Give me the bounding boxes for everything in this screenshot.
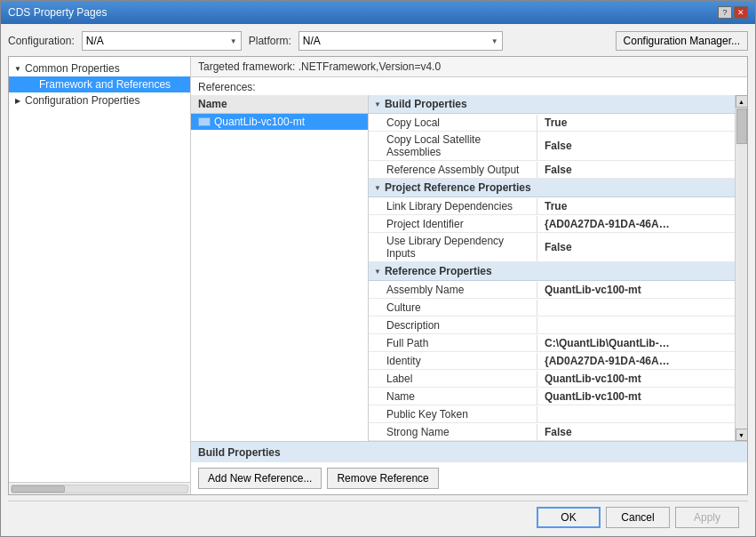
- prop-strong-name: Strong Name False: [369, 423, 735, 441]
- prop-name: Name QuantLib-vc100-mt: [369, 388, 735, 405]
- prop-ref-assembly-output-value: False: [537, 162, 579, 178]
- tree-label-framework: Framework and References: [39, 78, 171, 91]
- tree-item-config[interactable]: ▶ Configuration Properties: [9, 92, 190, 108]
- prop-strong-name-value: False: [537, 424, 579, 440]
- section-project-ref: ▼ Project Reference Properties: [369, 179, 735, 197]
- main-area: ▼ Common Properties Framework and Refere…: [8, 56, 748, 495]
- properties-panel: ▼ Build Properties Copy Local True Copy …: [369, 95, 747, 441]
- platform-value: N/A: [303, 35, 321, 47]
- prop-copy-satellite-value: False: [537, 138, 579, 154]
- prop-project-id-value: {AD0A27DA-91DA-46A2-ACBD-296C: [537, 216, 680, 232]
- tree-item-common[interactable]: ▼ Common Properties: [9, 60, 190, 76]
- title-bar-buttons: ? ✕: [718, 6, 748, 19]
- expand-icon-config: ▶: [12, 95, 23, 106]
- prop-full-path: Full Path C:\QuantLib\QuantLib-1.4\lib\Q…: [369, 334, 735, 352]
- prop-assembly-name: Assembly Name QuantLib-vc100-mt: [369, 281, 735, 299]
- v-scrollbar[interactable]: ▲ ▼: [735, 95, 747, 441]
- prop-label: Label QuantLib-vc100-mt: [369, 370, 735, 388]
- apply-button[interactable]: Apply: [675, 507, 739, 528]
- expand-icon-common: ▼: [12, 63, 23, 74]
- left-panel: ▼ Common Properties Framework and Refere…: [9, 57, 191, 494]
- bottom-buttons-row: Add New Reference... Remove Reference: [191, 462, 747, 494]
- prop-identity-value: {AD0A27DA-91DA-46A2-ACBD-296C: [537, 353, 680, 369]
- prop-description-name: Description: [369, 317, 537, 333]
- prop-public-key-name: Public Key Token: [369, 406, 537, 422]
- prop-public-key-value: [537, 413, 552, 416]
- prop-culture-name: Culture: [369, 300, 537, 316]
- prop-label-value: QuantLib-vc100-mt: [537, 371, 649, 387]
- add-reference-button[interactable]: Add New Reference...: [198, 468, 322, 489]
- references-section: References: Name QuantLib-vc100-mt: [191, 77, 747, 441]
- prop-link-lib-name: Link Library Dependencies: [369, 198, 537, 214]
- close-button[interactable]: ✕: [734, 6, 748, 19]
- ref-item[interactable]: QuantLib-vc100-mt: [191, 114, 368, 130]
- config-bar: Configuration: N/A ▼ Platform: N/A ▼ Con…: [8, 31, 748, 51]
- prop-description: Description: [369, 317, 735, 334]
- prop-label-name: Label: [369, 371, 537, 387]
- right-panel: Targeted framework: .NETFramework,Versio…: [191, 57, 747, 494]
- prop-copy-satellite: Copy Local Satellite Assemblies False: [369, 132, 735, 161]
- reference-section-label: Reference Properties: [385, 265, 492, 277]
- build-props-bottom: Build Properties: [191, 441, 747, 462]
- scroll-track[interactable]: [736, 108, 748, 429]
- framework-bar: Targeted framework: .NETFramework,Versio…: [191, 57, 747, 77]
- config-arrow-icon: ▼: [230, 37, 237, 45]
- project-ref-section-label: Project Reference Properties: [385, 181, 531, 194]
- tree-area: ▼ Common Properties Framework and Refere…: [9, 57, 190, 482]
- prop-culture-value: [537, 306, 552, 309]
- remove-reference-button[interactable]: Remove Reference: [327, 468, 438, 489]
- framework-value: .NETFramework,Version=v4.0: [298, 60, 441, 73]
- prop-use-lib-dep-name: Use Library Dependency Inputs: [369, 233, 537, 261]
- h-scrollbar[interactable]: [11, 485, 188, 493]
- window-title: CDS Property Pages: [8, 6, 107, 19]
- left-scrollbar[interactable]: [9, 482, 190, 494]
- references-content: Name QuantLib-vc100-mt: [191, 95, 747, 441]
- config-manager-button[interactable]: Configuration Manager...: [616, 31, 748, 51]
- prop-strong-name-label: Strong Name: [369, 424, 537, 440]
- window: CDS Property Pages ? ✕ Configuration: N/…: [0, 0, 756, 537]
- section-build: ▼ Build Properties: [369, 95, 735, 114]
- ref-item-icon: [198, 117, 211, 126]
- prop-ref-assembly-output-name: Reference Assembly Output: [369, 162, 537, 178]
- tree-label-config: Configuration Properties: [25, 94, 139, 107]
- prop-assembly-name-label: Assembly Name: [369, 282, 537, 298]
- prop-name-value: QuantLib-vc100-mt: [537, 389, 649, 405]
- expand-icon-framework: [27, 79, 37, 90]
- build-section-label: Build Properties: [385, 98, 467, 110]
- ok-button[interactable]: OK: [537, 507, 601, 528]
- help-button[interactable]: ?: [718, 6, 732, 19]
- prop-culture: Culture: [369, 299, 735, 317]
- config-dropdown[interactable]: N/A ▼: [82, 31, 242, 51]
- prop-copy-satellite-name: Copy Local Satellite Assemblies: [369, 132, 537, 160]
- reference-expand-icon: ▼: [374, 268, 381, 276]
- title-bar: CDS Property Pages ? ✕: [1, 1, 755, 24]
- window-content: Configuration: N/A ▼ Platform: N/A ▼ Con…: [1, 24, 755, 537]
- prop-identity: Identity {AD0A27DA-91DA-46A2-ACBD-296C: [369, 352, 735, 370]
- prop-use-lib-dep-value: False: [537, 239, 579, 255]
- prop-full-path-name: Full Path: [369, 335, 537, 351]
- prop-identity-name: Identity: [369, 353, 537, 369]
- platform-label: Platform:: [249, 35, 291, 47]
- platform-dropdown[interactable]: N/A ▼: [298, 31, 503, 51]
- prop-project-id: Project Identifier {AD0A27DA-91DA-46A2-A…: [369, 215, 735, 233]
- tree-item-framework[interactable]: Framework and References: [9, 76, 190, 92]
- cancel-button[interactable]: Cancel: [606, 507, 670, 528]
- prop-ref-assembly-output: Reference Assembly Output False: [369, 161, 735, 179]
- prop-public-key: Public Key Token: [369, 405, 735, 423]
- prop-assembly-name-value: QuantLib-vc100-mt: [537, 282, 649, 298]
- config-value: N/A: [86, 35, 104, 47]
- build-expand-icon: ▼: [374, 100, 381, 108]
- ref-list-header: Name: [191, 95, 368, 114]
- ref-list-items[interactable]: QuantLib-vc100-mt: [191, 114, 368, 441]
- scroll-down-button[interactable]: ▼: [736, 429, 748, 441]
- tree-label-common: Common Properties: [25, 62, 120, 75]
- framework-label: Targeted framework:: [198, 60, 295, 73]
- prop-project-id-name: Project Identifier: [369, 216, 537, 232]
- prop-copy-local: Copy Local True: [369, 114, 735, 132]
- prop-use-lib-dep: Use Library Dependency Inputs False: [369, 233, 735, 262]
- props-scroll[interactable]: ▼ Build Properties Copy Local True Copy …: [369, 95, 735, 441]
- prop-full-path-value: C:\QuantLib\QuantLib-1.4\lib\Qua: [537, 335, 680, 351]
- prop-copy-local-value: True: [537, 115, 574, 131]
- project-ref-expand-icon: ▼: [374, 184, 381, 192]
- scroll-up-button[interactable]: ▲: [736, 95, 748, 108]
